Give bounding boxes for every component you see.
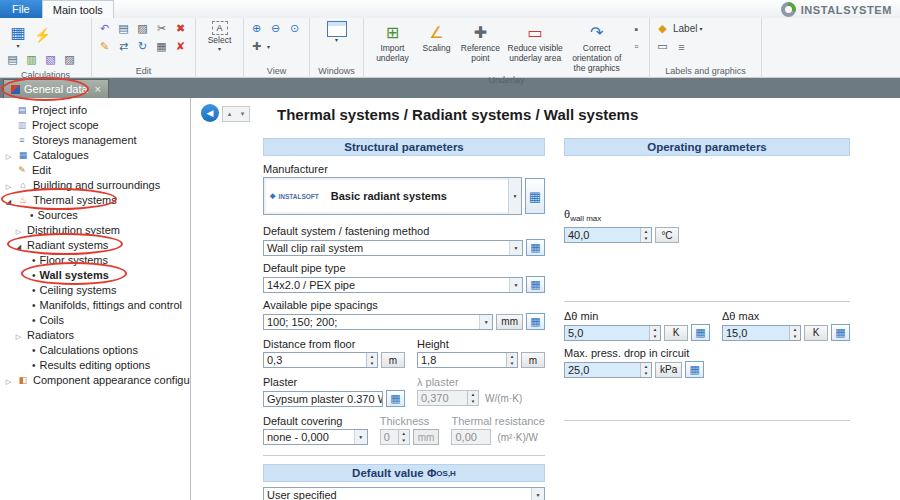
pipe-type-value[interactable]: 14x2.0 / PEX pipe	[264, 278, 509, 292]
correct-orientation-button[interactable]: ↷ Correct orientation of the graphics	[565, 20, 628, 74]
rotate-icon[interactable]: ↻	[134, 38, 151, 55]
tree-item-label[interactable]: Sources	[38, 209, 78, 221]
pipe-catalog-button[interactable]: ▦	[526, 276, 545, 293]
tree-item-calculations-options[interactable]: Calculations options	[0, 342, 190, 357]
spacings-catalog-button[interactable]: ▦	[526, 313, 545, 330]
chevron-down-icon[interactable]	[509, 278, 522, 292]
chevron-down-icon[interactable]	[354, 430, 367, 444]
brush-icon[interactable]: ✎	[96, 38, 113, 55]
covering-value[interactable]: none - 0,000	[264, 430, 354, 444]
import-underlay-button[interactable]: ⊞ Import underlay	[368, 20, 417, 65]
distance-from-floor-input[interactable]: 0,3	[263, 352, 378, 368]
tree-item-distribution-system[interactable]: Distribution system	[0, 222, 190, 237]
default-covering-select[interactable]: none - 0,000	[263, 429, 368, 445]
dtheta-min-value[interactable]: 5,0	[565, 326, 649, 340]
plaster-select[interactable]: Gypsum plaster 0.370 W/(m·K	[263, 391, 383, 407]
tree-item-label[interactable]: Coils	[40, 314, 64, 326]
height-input[interactable]: 1,8	[417, 352, 518, 368]
tree-item-label[interactable]: Project scope	[32, 119, 99, 131]
spinner-down-icon[interactable]	[650, 333, 660, 340]
expand-collapsed-icon[interactable]	[4, 149, 13, 161]
spinner-up-icon[interactable]	[650, 326, 660, 333]
spinner-down-icon[interactable]	[790, 333, 800, 340]
tree-item-label[interactable]: Radiators	[27, 329, 74, 341]
tree-item-sources[interactable]: Sources	[0, 207, 190, 222]
tab-main-tools[interactable]: Main tools	[42, 0, 114, 18]
calc-table-icon[interactable]: ▦	[6, 21, 30, 43]
reduce-underlay-button[interactable]: ▭ Reduce visible underlay area	[505, 20, 566, 65]
fastening-method-select[interactable]: Wall clip rail system	[263, 240, 523, 256]
report-icon[interactable]: ▨	[61, 51, 78, 68]
tree-item-manifolds[interactable]: Manifolds, fittings and control	[0, 297, 190, 312]
reduce-underlay-icon[interactable]: ▭	[523, 21, 547, 43]
tree-item-radiators[interactable]: Radiators	[0, 327, 190, 342]
diagnostics-icon[interactable]: ▧	[42, 51, 59, 68]
chevron-down-icon[interactable]: ▾	[267, 44, 270, 50]
tree-item-catalogues[interactable]: Catalogues	[0, 147, 190, 162]
zoom-out-icon[interactable]: ⊖	[267, 20, 284, 37]
erase-icon[interactable]: ✘	[172, 38, 189, 55]
reference-point-icon[interactable]: ✚	[468, 21, 492, 43]
correct-orientation-label[interactable]: Correct orientation of the graphics	[567, 44, 626, 73]
spinner-up-icon[interactable]	[641, 363, 651, 370]
tree-item-label[interactable]: Component appearance configuration	[33, 374, 191, 386]
back-button[interactable]: ◀	[201, 104, 219, 122]
tree-item-component-appearance[interactable]: Component appearance configuration	[0, 372, 190, 387]
window-layout-icon[interactable]	[327, 21, 347, 37]
zoom-window-icon[interactable]: ⊙	[286, 20, 303, 37]
tree-item-label[interactable]: Distribution system	[27, 224, 120, 236]
text-label-icon[interactable]: ≡	[673, 38, 690, 55]
spinner-down-icon[interactable]	[641, 235, 651, 242]
expand-expanded-icon[interactable]	[14, 239, 23, 251]
chevron-down-icon[interactable]	[509, 241, 522, 255]
max-pressure-value[interactable]: 25,0	[565, 363, 640, 377]
pin-up-icon[interactable]: ▴	[223, 107, 236, 121]
copy-icon[interactable]: ▤	[115, 20, 132, 37]
pressure-catalog-button[interactable]: ▦	[685, 361, 704, 378]
tree-item-results-editing-options[interactable]: Results editing options	[0, 357, 190, 372]
chevron-down-icon[interactable]: ▾	[335, 37, 338, 43]
fastening-method-value[interactable]: Wall clip rail system	[264, 241, 509, 255]
chevron-down-icon[interactable]: ▾	[699, 26, 702, 32]
frame-label-icon[interactable]: ▭	[654, 38, 671, 55]
windows-layout-button[interactable]: ▾	[325, 20, 349, 44]
back-icon[interactable]: ◀	[207, 108, 214, 118]
array-icon[interactable]: ▦	[153, 38, 170, 55]
tree-item-label[interactable]: Radiant systems	[27, 239, 108, 251]
tree-item-radiant-systems[interactable]: Radiant systems	[0, 237, 190, 252]
zoom-in-icon[interactable]: ⊕	[248, 20, 265, 37]
scaling-icon[interactable]: ∠	[424, 21, 448, 43]
tree-item-label[interactable]: Results editing options	[40, 359, 151, 371]
tree-item-project-info[interactable]: Project info	[0, 102, 190, 117]
tab-file[interactable]: File	[0, 0, 42, 18]
calculation-options-button[interactable]: ▦ ▾	[4, 20, 32, 50]
tree-item-label[interactable]: Thermal systems	[33, 194, 117, 206]
tab-general-data[interactable]: General data ×	[3, 79, 109, 98]
spinner-down-icon[interactable]	[507, 360, 517, 367]
theta-value[interactable]: 40,0	[565, 228, 640, 242]
cut-icon[interactable]: ✂	[153, 20, 170, 37]
tree-item-wall-systems[interactable]: Wall systems	[0, 267, 190, 282]
expand-collapsed-icon[interactable]	[14, 224, 23, 236]
tree-item-coils[interactable]: Coils	[0, 312, 190, 327]
import-underlay-icon[interactable]: ⊞	[380, 21, 404, 43]
reference-point-button[interactable]: ✚ Reference point	[456, 20, 505, 65]
select-button[interactable]: A Select ▾	[206, 20, 234, 53]
manufacturer-select[interactable]: INSTALSOFT Basic radiant systems	[263, 177, 522, 215]
height-value[interactable]: 1,8	[418, 353, 506, 367]
spinner-down-icon[interactable]	[641, 370, 651, 377]
reference-point-label[interactable]: Reference point	[458, 44, 503, 64]
expand-collapsed-icon[interactable]	[14, 329, 23, 341]
close-icon[interactable]: ×	[95, 85, 101, 94]
tree-item-thermal-systems[interactable]: Thermal systems	[0, 192, 190, 207]
distance-value[interactable]: 0,3	[264, 353, 366, 367]
select-area-icon[interactable]: A	[212, 21, 228, 35]
chevron-down-icon[interactable]	[479, 315, 492, 329]
tree-item-label[interactable]: Storeys management	[32, 134, 137, 146]
chevron-down-icon[interactable]	[531, 488, 544, 500]
chevron-down-icon[interactable]: ▾	[218, 46, 221, 52]
paste-icon[interactable]: ▨	[134, 20, 151, 37]
spinner-up-icon[interactable]	[507, 353, 517, 360]
spinner-up-icon[interactable]	[790, 326, 800, 333]
tree-item-edit[interactable]: Edit	[0, 162, 190, 177]
